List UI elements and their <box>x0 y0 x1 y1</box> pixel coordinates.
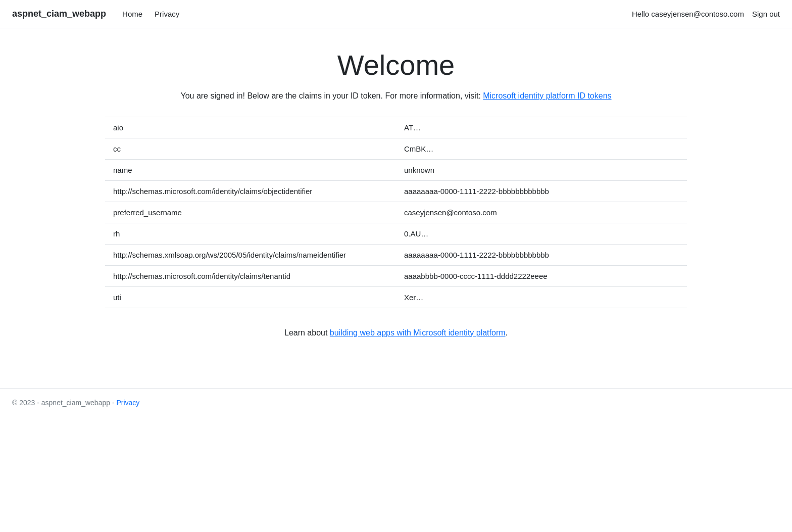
nav-link-home[interactable]: Home <box>118 8 146 20</box>
claim-key: preferred_username <box>105 202 396 223</box>
nav-user-greeting: Hello caseyjensen@contoso.com <box>632 10 744 18</box>
nav-right: Hello caseyjensen@contoso.com Sign out <box>632 10 780 18</box>
claim-value: unknown <box>396 160 687 181</box>
main-content: Welcome You are signed in! Below are the… <box>93 28 699 388</box>
learn-more-prefix: Learn about <box>284 328 330 337</box>
nav-brand[interactable]: aspnet_ciam_webapp <box>12 9 106 19</box>
footer: © 2023 - aspnet_ciam_webapp - Privacy <box>0 388 792 417</box>
learn-more-suffix: . <box>506 328 508 337</box>
id-tokens-link[interactable]: Microsoft identity platform ID tokens <box>483 91 611 100</box>
claim-key: uti <box>105 287 396 308</box>
table-row: aioAT… <box>105 117 687 138</box>
claim-value: caseyjensen@contoso.com <box>396 202 687 223</box>
claim-key: http://schemas.microsoft.com/identity/cl… <box>105 181 396 202</box>
table-row: http://schemas.xmlsoap.org/ws/2005/05/id… <box>105 245 687 266</box>
claim-key: http://schemas.xmlsoap.org/ws/2005/05/id… <box>105 245 396 266</box>
learn-more-link[interactable]: building web apps with Microsoft identit… <box>330 328 506 337</box>
subtitle-text: You are signed in! Below are the claims … <box>180 91 480 100</box>
table-row: utiXer… <box>105 287 687 308</box>
subtitle: You are signed in! Below are the claims … <box>105 91 687 101</box>
table-row: ccCmBK… <box>105 138 687 160</box>
nav-link-privacy[interactable]: Privacy <box>151 8 183 20</box>
claim-key: cc <box>105 138 396 160</box>
table-row: http://schemas.microsoft.com/identity/cl… <box>105 266 687 287</box>
navbar: aspnet_ciam_webapp Home Privacy Hello ca… <box>0 0 792 28</box>
table-row: preferred_usernamecaseyjensen@contoso.co… <box>105 202 687 223</box>
learn-more: Learn about building web apps with Micro… <box>105 328 687 337</box>
claim-value: aaaabbbb-0000-cccc-1111-dddd2222eeee <box>396 266 687 287</box>
claim-value: aaaaaaaa-0000-1111-2222-bbbbbbbbbbbb <box>396 181 687 202</box>
claim-key: name <box>105 160 396 181</box>
page-title: Welcome <box>105 49 687 81</box>
claims-table: aioAT…ccCmBK…nameunknownhttp://schemas.m… <box>105 117 687 308</box>
claim-value: 0.AU… <box>396 223 687 245</box>
footer-privacy-link[interactable]: Privacy <box>116 399 139 407</box>
claim-key: http://schemas.microsoft.com/identity/cl… <box>105 266 396 287</box>
signout-button[interactable]: Sign out <box>752 10 780 18</box>
claim-value: Xer… <box>396 287 687 308</box>
footer-copyright: © 2023 - aspnet_ciam_webapp - <box>12 399 116 407</box>
claim-value: AT… <box>396 117 687 138</box>
claim-key: rh <box>105 223 396 245</box>
table-row: nameunknown <box>105 160 687 181</box>
table-row: http://schemas.microsoft.com/identity/cl… <box>105 181 687 202</box>
claim-value: CmBK… <box>396 138 687 160</box>
claim-value: aaaaaaaa-0000-1111-2222-bbbbbbbbbbbb <box>396 245 687 266</box>
claim-key: aio <box>105 117 396 138</box>
nav-links: Home Privacy <box>118 8 632 20</box>
table-row: rh0.AU… <box>105 223 687 245</box>
